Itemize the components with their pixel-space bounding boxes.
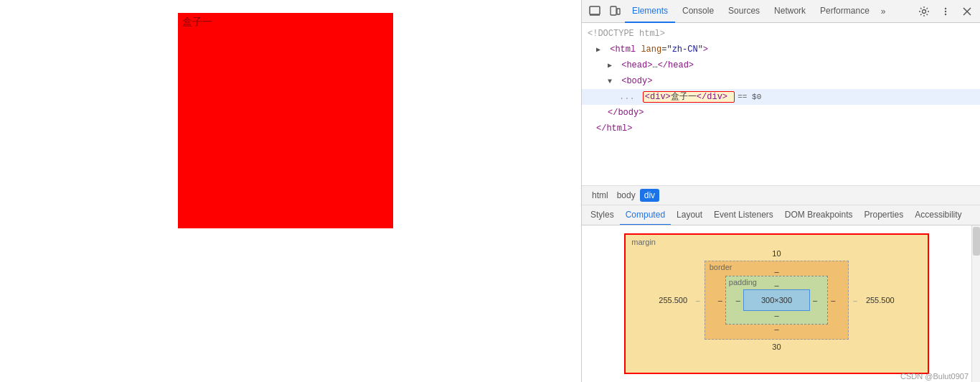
padding-box: padding – – 300×300 –	[725, 276, 828, 325]
content-size: 300×300	[761, 296, 792, 304]
svg-rect-3	[617, 9, 620, 14]
webpage-preview: 盒子一	[0, 0, 581, 382]
breadcrumb-body[interactable]: body	[613, 189, 640, 202]
tab-layout[interactable]: Layout	[671, 205, 708, 225]
tab-sources[interactable]: Sources	[721, 0, 767, 23]
watermark: CSDN @Bulut0907	[900, 372, 969, 381]
border-box: border – – padding – –	[705, 261, 849, 340]
padding-top-value[interactable]: –	[774, 281, 778, 289]
svg-point-5	[945, 7, 946, 9]
tab-accessibility[interactable]: Accessibility	[909, 205, 967, 225]
bottom-panel: margin 10 255.500 – border – –	[582, 225, 980, 382]
margin-bottom-value[interactable]: 30	[772, 343, 781, 351]
svg-point-7	[945, 13, 946, 14]
margin-left-dash: –	[692, 297, 705, 304]
scrollbar-thumb[interactable]	[973, 227, 980, 256]
margin-middle-row: 255.500 – border – – padding –	[654, 261, 898, 340]
red-box: 盒子一	[178, 13, 393, 228]
padding-right-value[interactable]: –	[810, 296, 820, 304]
padding-left-value[interactable]: –	[733, 296, 743, 304]
div-selected-line[interactable]: ... <div>盒子一</div> == $0	[582, 89, 980, 105]
padding-bottom-value[interactable]: –	[774, 311, 778, 320]
padding-middle: – 300×300 –	[733, 289, 820, 311]
tabs-more-button[interactable]: »	[877, 4, 890, 19]
padding-label: padding	[729, 278, 757, 286]
content-box[interactable]: 300×300	[743, 289, 810, 311]
svg-point-4	[923, 9, 926, 13]
margin-left-value[interactable]: 255.500	[654, 296, 692, 304]
tab-event-listeners[interactable]: Event Listeners	[708, 205, 779, 225]
border-label: border	[710, 263, 732, 271]
svg-rect-0	[590, 6, 600, 14]
tab-dom-breakpoints[interactable]: DOM Breakpoints	[779, 205, 859, 225]
margin-right-value[interactable]: 255.500	[862, 296, 899, 304]
device-icon[interactable]	[605, 1, 625, 22]
tab-console[interactable]: Console	[675, 0, 721, 23]
margin-box: margin 10 255.500 – border – –	[624, 233, 928, 374]
box-model-panel: margin 10 255.500 – border – –	[582, 225, 971, 382]
margin-right-dash: –	[849, 297, 862, 304]
devtools-panel: Elements Console Sources Network Perform…	[581, 0, 980, 382]
head-line[interactable]: ▶ <head>…</head>	[582, 57, 980, 73]
devtools-tabs-list: Elements Console Sources Network Perform…	[625, 0, 914, 23]
doctype-line[interactable]: <!DOCTYPE html>	[582, 26, 980, 42]
tab-styles[interactable]: Styles	[585, 205, 620, 225]
doctype-text: <!DOCTYPE html>	[588, 29, 665, 39]
svg-point-6	[945, 10, 946, 11]
margin-top-value[interactable]: 10	[772, 249, 781, 258]
body-close-line[interactable]: </body>	[582, 105, 980, 121]
border-right-value[interactable]: –	[828, 296, 838, 304]
equals-sign: == $0	[738, 93, 761, 101]
border-middle: – padding – – 300×300	[715, 276, 839, 325]
margin-label: margin	[631, 238, 656, 246]
border-top-value[interactable]: –	[774, 267, 778, 276]
close-icon[interactable]	[957, 1, 977, 22]
breadcrumb-div[interactable]: div	[640, 189, 659, 202]
svg-rect-2	[611, 6, 616, 15]
elements-panel: <!DOCTYPE html> ▶ <html lang="zh-CN"> ▶ …	[582, 23, 980, 185]
tab-computed[interactable]: Computed	[620, 205, 671, 225]
settings-icon[interactable]	[914, 1, 934, 22]
tab-performance[interactable]: Performance	[813, 0, 877, 23]
tab-properties[interactable]: Properties	[859, 205, 910, 225]
border-bottom-value[interactable]: –	[774, 325, 778, 333]
tab-network[interactable]: Network	[767, 0, 813, 23]
more-options-icon[interactable]	[936, 1, 956, 22]
devtools-settings-area	[914, 1, 977, 22]
red-box-text: 盒子一	[182, 16, 212, 27]
breadcrumb-html[interactable]: html	[588, 189, 613, 202]
html-close-line[interactable]: </html>	[582, 121, 980, 136]
scrollbar[interactable]	[971, 225, 980, 382]
tab-elements[interactable]: Elements	[625, 0, 675, 23]
breadcrumb-bar: html body div	[582, 185, 980, 205]
box-model-diagram: margin 10 255.500 – border – –	[582, 225, 971, 382]
body-open-line[interactable]: ▼ <body>	[582, 73, 980, 89]
bottom-tabs-bar: Styles Computed Layout Event Listeners D…	[582, 205, 980, 225]
inspect-icon[interactable]	[585, 1, 605, 22]
devtools-tab-bar: Elements Console Sources Network Perform…	[582, 0, 980, 23]
border-left-value[interactable]: –	[715, 296, 725, 304]
html-open-line[interactable]: ▶ <html lang="zh-CN">	[582, 42, 980, 57]
